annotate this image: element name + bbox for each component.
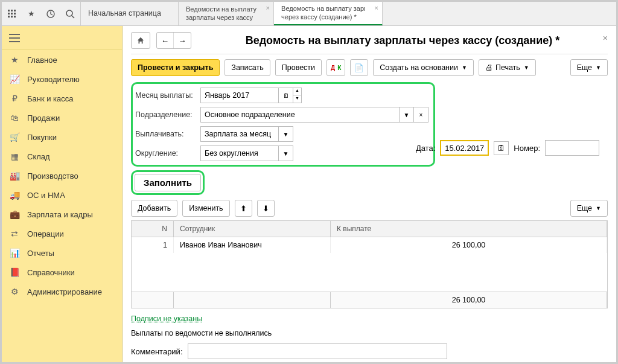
sidebar-item-assets[interactable]: 🚚ОС и НМА (2, 185, 122, 205)
tab-payroll-doc[interactable]: Ведомость на выплату зарплаты через касс… (274, 2, 383, 25)
paytype-label: Выплачивать: (135, 130, 200, 138)
paytype-dropdown-button[interactable]: ▼ (279, 126, 293, 142)
signatures-link[interactable]: Подписи не указаны (131, 315, 202, 323)
date-value: 15.02.2017 (445, 144, 484, 153)
payments-info: Выплаты по ведомости не выполнялись (131, 329, 608, 337)
svg-rect-6 (8, 16, 10, 18)
tab-home[interactable]: Начальная страница (81, 2, 179, 25)
rounding-dropdown-button[interactable]: ▼ (279, 145, 293, 161)
month-down-button[interactable]: ▼ (293, 96, 301, 103)
close-doc-icon[interactable]: × (603, 33, 608, 43)
sidebar-item-production[interactable]: 🏭Производство (2, 166, 122, 185)
sidebar-menu-toggle[interactable] (2, 26, 122, 50)
tab-payroll-list[interactable]: Ведомости на выплату зарплаты через касс… (179, 2, 274, 25)
search-icon[interactable] (65, 8, 75, 19)
col-header-payout[interactable]: К выплате (331, 221, 607, 237)
svg-rect-5 (14, 13, 16, 14)
top-toolbar: ★ Начальная страница Ведомости на выплат… (2, 2, 616, 26)
svg-rect-4 (11, 13, 13, 14)
col-header-employee[interactable]: Сотрудник (174, 221, 331, 237)
edit-row-button[interactable]: Изменить (182, 200, 229, 217)
nav-back-button[interactable]: ← (157, 33, 174, 48)
table-row[interactable]: 1 Иванов Иван Иванович 26 100,00 (132, 237, 607, 253)
header-form-block: Месяц выплаты: 🗓 ▲ ▼ Подра (131, 82, 435, 167)
svg-rect-3 (8, 13, 10, 14)
month-picker-icon[interactable]: 🗓 (279, 88, 293, 103)
month-input[interactable] (200, 88, 279, 103)
cell-employee: Иванов Иван Иванович (174, 237, 331, 253)
sidebar-item-salary[interactable]: 💼Зарплата и кадры (2, 205, 122, 224)
sidebar-item-admin[interactable]: ⚙Администрирование (2, 282, 122, 301)
month-up-button[interactable]: ▲ (293, 88, 301, 96)
truck-icon: 🚚 (9, 190, 20, 200)
sidebar-item-label: Администрирование (27, 287, 102, 296)
print-button[interactable]: 🖨Печать▼ (479, 59, 536, 76)
sidebar-item-label: Продажи (27, 113, 60, 123)
col-header-n[interactable]: N (132, 221, 174, 237)
sidebar-item-reports[interactable]: 📊Отчеты (2, 243, 122, 263)
sidebar-item-refs[interactable]: 📕Справочники (2, 263, 122, 282)
close-icon[interactable]: × (375, 4, 378, 11)
apps-icon[interactable] (7, 8, 18, 19)
svg-rect-8 (14, 16, 16, 18)
history-icon[interactable] (45, 8, 56, 19)
sidebar-item-manager[interactable]: 📈Руководителю (2, 69, 122, 89)
button-label: Создать на основании (380, 63, 458, 72)
button-label: Еще (577, 63, 592, 72)
paytype-input[interactable] (200, 126, 279, 142)
svg-rect-0 (8, 10, 10, 11)
attachments-button[interactable]: 📄 (350, 59, 368, 76)
create-based-button[interactable]: Создать на основании▼ (373, 59, 474, 76)
comment-input[interactable] (188, 343, 447, 359)
home-button[interactable] (131, 32, 150, 49)
foot-total: 26 100,00 (331, 292, 607, 308)
sidebar-item-stock[interactable]: ▦Склад (2, 147, 122, 166)
move-up-button[interactable]: ⬆ (235, 200, 252, 217)
nav-forward-button[interactable]: → (174, 33, 191, 48)
debit-credit-button[interactable]: ДК (327, 59, 345, 76)
number-input[interactable] (545, 140, 599, 156)
svg-rect-1 (11, 10, 13, 11)
comment-row: Комментарий: (131, 343, 608, 359)
post-button[interactable]: Провести (275, 59, 322, 76)
sidebar-item-purchases[interactable]: 🛒Покупки (2, 127, 122, 147)
close-icon[interactable]: × (266, 4, 270, 11)
document-tabs: Начальная страница Ведомости на выплату … (81, 2, 383, 25)
write-button[interactable]: Записать (225, 59, 270, 76)
sidebar-item-bank[interactable]: ₽Банк и касса (2, 89, 122, 108)
svg-rect-2 (14, 10, 16, 11)
chart-icon: 📈 (9, 74, 20, 84)
add-row-button[interactable]: Добавить (131, 200, 177, 217)
tab-label: Начальная страница (88, 9, 161, 18)
cart-icon: 🛒 (9, 132, 20, 142)
svg-rect-7 (11, 16, 13, 18)
sidebar-item-main[interactable]: ★Главное (2, 50, 122, 69)
department-dropdown-button[interactable]: ▼ (400, 107, 414, 123)
tab-label-line1: Ведомости на выплату (186, 5, 256, 13)
sidebar: ★Главное 📈Руководителю ₽Банк и касса 🛍Пр… (2, 26, 123, 362)
calendar-icon[interactable]: 🗓 (494, 141, 509, 155)
table-more-button[interactable]: Еще▼ (570, 200, 608, 217)
star-icon[interactable]: ★ (26, 8, 37, 19)
move-down-button[interactable]: ⬇ (257, 200, 275, 217)
printer-icon: 🖨 (485, 63, 493, 72)
sidebar-item-sales[interactable]: 🛍Продажи (2, 108, 122, 127)
table-toolbar: Добавить Изменить ⬆ ⬇ Еще▼ (131, 200, 608, 217)
rounding-input[interactable] (200, 145, 279, 161)
bag-icon: 🛍 (9, 113, 20, 123)
date-field[interactable]: 15.02.2017 (440, 140, 489, 156)
grid-footer: 26 100,00 (132, 292, 607, 308)
sidebar-item-label: Операции (27, 229, 64, 238)
number-label: Номер: (514, 144, 540, 153)
tab-label-line1: Ведомость на выплату зарплаты (281, 5, 365, 13)
post-and-close-button[interactable]: Провести и закрыть (131, 59, 220, 76)
sidebar-item-operations[interactable]: ⇄Операции (2, 224, 122, 243)
content-area: ← → Ведомость на выплату зарплаты через … (123, 26, 616, 362)
fill-button[interactable]: Заполнить (135, 174, 201, 191)
book-icon: 📕 (9, 267, 20, 277)
fill-button-highlight: Заполнить (131, 170, 205, 195)
department-input[interactable] (200, 107, 400, 123)
grid-body: 1 Иванов Иван Иванович 26 100,00 (132, 237, 607, 292)
more-button[interactable]: Еще▼ (570, 59, 608, 76)
department-clear-button[interactable]: × (414, 107, 428, 123)
